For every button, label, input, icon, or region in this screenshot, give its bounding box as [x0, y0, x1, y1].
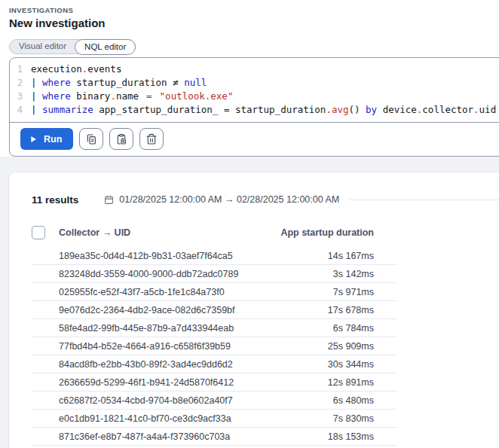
- trash-icon: [145, 133, 158, 145]
- app-startup-duration-cell: 6s 784ms: [234, 323, 397, 334]
- collector-uid-cell: 823248dd-3559-4000-9000-ddb72adc0789: [32, 269, 238, 279]
- table-row[interactable]: e0c1db91-1821-41c0-bf70-ce3dc9acf33a7s 8…: [32, 410, 397, 428]
- query-editor-panel: 1execution.events2| where startup_durati…: [9, 57, 499, 157]
- table-row[interactable]: 189ea35c-0d4d-412b-9b31-03aef7f64ca514s …: [32, 247, 397, 265]
- breadcrumb: INVESTIGATIONS: [9, 6, 499, 14]
- app-startup-duration-cell: 12s 891ms: [234, 377, 397, 388]
- table-row[interactable]: 871c36ef-e8b7-487f-a4a4-f373960c703a18s …: [32, 428, 397, 446]
- line-number: 4: [10, 103, 31, 117]
- page-title: New investigation: [9, 17, 499, 29]
- collector-uid-cell: 84acd8fb-e2bb-43b0-89f2-3ad4ec9dd6d2: [32, 359, 233, 370]
- table-body: 189ea35c-0d4d-412b-9b31-03aef7f64ca514s …: [32, 247, 397, 446]
- collector-uid-cell: 77fbd4b4-b52e-4664-a916-c658f6f39b59: [32, 341, 231, 352]
- delete-button[interactable]: [139, 128, 164, 150]
- app-startup-duration-cell: 18s 153ms: [230, 431, 397, 442]
- table-row[interactable]: 2636659d-5299-46f1-b941-24d5870f641212s …: [32, 373, 397, 392]
- results-count: 11 results: [32, 194, 78, 206]
- collector-uid-cell: 871c36ef-e8b7-487f-a4a4-f373960c703a: [32, 431, 230, 442]
- app-startup-duration-cell: 25s 909ms: [231, 341, 397, 352]
- code-line: 1execution.events: [10, 62, 499, 76]
- app-startup-duration-cell: 7s 830ms: [231, 413, 397, 424]
- collector-uid-cell: 189ea35c-0d4d-412b-9b31-03aef7f64ca5: [32, 251, 233, 261]
- copy-icon: [85, 133, 97, 145]
- page-header: INVESTIGATIONS New investigation: [0, 0, 499, 29]
- column-header-collector-uid: Collector → UID: [59, 227, 130, 238]
- app-startup-duration-cell: 30s 344ms: [233, 359, 397, 370]
- play-icon: [30, 136, 37, 143]
- code-lines: 1execution.events2| where startup_durati…: [10, 62, 499, 117]
- collector-uid-cell: c62687f2-0534-4cbd-9704-b8e0602a40f7: [32, 395, 233, 406]
- run-button-label: Run: [44, 134, 62, 145]
- results-header: 11 results 01/28/2025 12:00:00 AM → 02/2…: [32, 194, 499, 206]
- app-startup-duration-cell: 6s 480ms: [233, 395, 397, 406]
- code-editor[interactable]: 1execution.events2| where startup_durati…: [10, 58, 499, 122]
- code-line: 2| where startup_duration ≠ null: [10, 76, 499, 90]
- table-row[interactable]: 823248dd-3559-4000-9000-ddb72adc07893s 1…: [32, 265, 397, 283]
- app-startup-duration-cell: 3s 142ms: [238, 269, 397, 279]
- line-number: 1: [10, 62, 31, 76]
- table-row[interactable]: 58fe4ad2-99fb-445e-87b9-a7d433944eab6s 7…: [32, 319, 397, 337]
- collector-uid-cell: e0c1db91-1821-41c0-bf70-ce3dc9acf33a: [32, 413, 231, 424]
- table-row[interactable]: 77fbd4b4-b52e-4664-a916-c658f6f39b5925s …: [32, 337, 397, 355]
- table-header: Collector → UID App startup duration: [32, 225, 397, 240]
- app-startup-duration-cell: 14s 167ms: [233, 251, 397, 261]
- table-row[interactable]: 84acd8fb-e2bb-43b0-89f2-3ad4ec9dd6d230s …: [32, 355, 397, 373]
- run-button[interactable]: Run: [20, 128, 73, 150]
- clipboard-paste-icon: [115, 133, 127, 145]
- table-row[interactable]: 9e076d2c-2364-4db2-9ace-082d6c7359bf17s …: [32, 301, 397, 319]
- table-row[interactable]: c62687f2-0534-4cbd-9704-b8e0602a40f76s 4…: [32, 392, 397, 410]
- editor-mode-toggle: Visual editor NQL editor: [9, 39, 136, 54]
- copy-button[interactable]: [79, 128, 103, 150]
- results-table: Collector → UID App startup duration 189…: [32, 225, 397, 446]
- table-row[interactable]: 025955fc-e52f-43f7-a5cb-1fe1c84a73f07s 9…: [32, 283, 397, 301]
- editor-toolbar: Run: [10, 122, 499, 156]
- date-range-text: 01/28/2025 12:00:00 AM → 02/28/2025 12:0…: [119, 194, 339, 205]
- line-number: 3: [10, 90, 31, 103]
- results-card: 11 results 01/28/2025 12:00:00 AM → 02/2…: [9, 172, 499, 448]
- app-startup-duration-cell: 7s 971ms: [225, 287, 397, 297]
- tab-visual-editor[interactable]: Visual editor: [10, 39, 75, 54]
- collector-uid-cell: 9e076d2c-2364-4db2-9ace-082d6c7359bf: [32, 305, 235, 315]
- header-divider: [349, 200, 499, 200]
- calendar-icon: [104, 195, 114, 205]
- collector-uid-cell: 58fe4ad2-99fb-445e-87b9-a7d433944eab: [32, 323, 234, 334]
- tab-nql-editor[interactable]: NQL editor: [75, 39, 136, 55]
- code-line: 3| where binary.name ＝ "outlook.exe": [10, 90, 499, 103]
- collector-uid-cell: 2636659d-5299-46f1-b941-24d5870f6412: [32, 377, 234, 388]
- results-section: 11 results 01/28/2025 12:00:00 AM → 02/2…: [0, 157, 499, 448]
- select-all-checkbox[interactable]: [32, 226, 45, 239]
- column-header-app-startup-duration: App startup duration: [130, 227, 397, 238]
- date-range-picker[interactable]: 01/28/2025 12:00:00 AM → 02/28/2025 12:0…: [104, 194, 339, 205]
- collector-uid-cell: 025955fc-e52f-43f7-a5cb-1fe1c84a73f0: [32, 287, 225, 297]
- paste-button[interactable]: [109, 128, 133, 150]
- line-number: 2: [10, 76, 31, 90]
- code-line: 4| summarize app_startup_duration_ = sta…: [10, 103, 499, 117]
- app-startup-duration-cell: 17s 678ms: [235, 305, 397, 315]
